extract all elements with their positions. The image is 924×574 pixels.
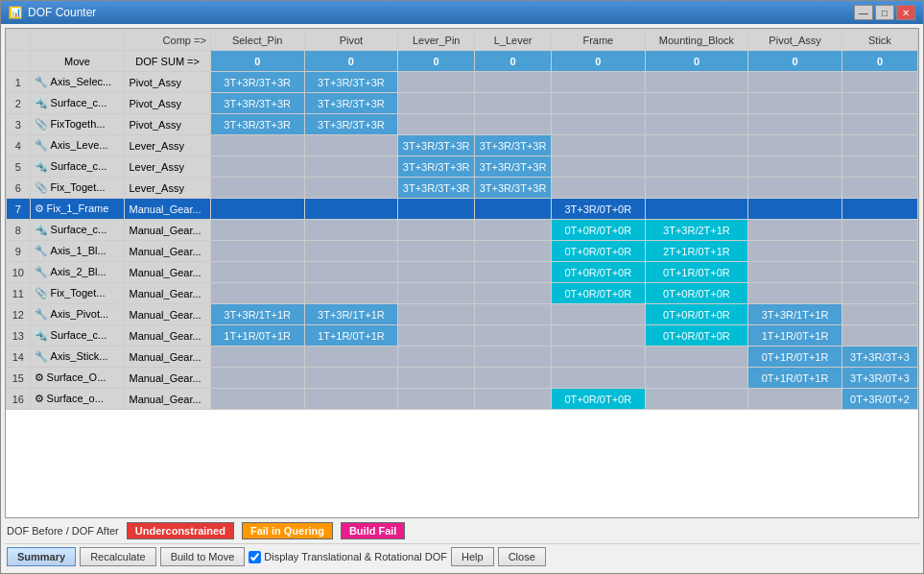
table-row[interactable]: 10🔧Axis_2_Bl...Manual_Gear...0T+0R/0T+0R…	[7, 262, 918, 283]
header-move	[30, 30, 125, 51]
table-row[interactable]: 15⚙Surface_O...Manual_Gear...0T+1R/0T+1R…	[7, 368, 918, 389]
data-cell-pivot	[304, 368, 398, 389]
header2-select-pin-sum: 0	[210, 51, 304, 72]
display-dof-checkbox[interactable]	[249, 551, 261, 563]
comp-cell: Manual_Gear...	[125, 347, 210, 368]
data-cell-mounting_block: 0T+0R/0T+0R	[645, 283, 748, 304]
data-cell-mounting_block	[645, 368, 748, 389]
comp-cell: Manual_Gear...	[125, 389, 210, 410]
summary-button[interactable]: Summary	[7, 547, 76, 566]
data-cell-stick	[841, 199, 917, 220]
data-cell-lever_pin	[398, 283, 475, 304]
table-row[interactable]: 9🔧Axis_1_Bl...Manual_Gear...0T+0R/0T+0R2…	[7, 241, 918, 262]
data-cell-pivot	[304, 156, 398, 178]
app-icon: 📊	[9, 6, 22, 19]
move-cell: ⚙Fix_1_Frame	[30, 199, 125, 220]
data-cell-lever_pin	[398, 368, 475, 389]
data-cell-mounting_block	[645, 156, 748, 178]
table-row[interactable]: 3📎FixTogeth...Pivot_Assy3T+3R/3T+3R3T+3R…	[7, 114, 918, 135]
build-to-move-button[interactable]: Build to Move	[160, 547, 246, 566]
recalculate-button[interactable]: Recalculate	[80, 547, 155, 566]
table-row[interactable]: 5🔩Surface_c...Lever_Assy3T+3R/3T+3R3T+3R…	[7, 156, 918, 178]
data-cell-frame: 0T+0R/0T+0R	[551, 220, 645, 241]
table-row[interactable]: 4🔧Axis_Leve...Lever_Assy3T+3R/3T+3R3T+3R…	[7, 135, 918, 156]
data-cell-l_lever	[475, 304, 552, 325]
row-number: 9	[7, 241, 31, 262]
row-number: 2	[7, 93, 31, 114]
table-row[interactable]: 7⚙Fix_1_FrameManual_Gear...3T+3R/0T+0R	[7, 199, 918, 220]
display-dof-checkbox-label[interactable]: Display Translational & Rotational DOF	[249, 551, 447, 563]
header-comp: Comp =>	[125, 30, 210, 51]
data-cell-select_pin: 3T+3R/1T+1R	[210, 304, 304, 325]
data-cell-pivot_assy: 0T+1R/0T+1R	[748, 347, 842, 368]
row-number: 11	[7, 283, 31, 304]
data-cell-stick	[841, 178, 917, 199]
maximize-button[interactable]: □	[875, 5, 894, 20]
header-stick: Stick	[841, 30, 917, 51]
table-row[interactable]: 6📎Fix_Toget...Lever_Assy3T+3R/3T+3R3T+3R…	[7, 178, 918, 199]
move-cell: 🔩Surface_c...	[30, 220, 125, 241]
row-number: 4	[7, 135, 31, 156]
data-cell-select_pin: 3T+3R/3T+3R	[210, 114, 304, 135]
table-row[interactable]: 13🔩Surface_c...Manual_Gear...1T+1R/0T+1R…	[7, 325, 918, 347]
table-row[interactable]: 1🔧Axis_Selec...Pivot_Assy3T+3R/3T+3R3T+3…	[7, 72, 918, 93]
data-cell-l_lever	[475, 114, 552, 135]
data-cell-mounting_block	[645, 135, 748, 156]
data-cell-frame	[551, 304, 645, 325]
data-cell-stick	[841, 93, 917, 114]
data-cell-pivot_assy	[748, 72, 842, 93]
table-row[interactable]: 14🔧Axis_Stick...Manual_Gear...0T+1R/0T+1…	[7, 347, 918, 368]
data-cell-pivot: 1T+1R/0T+1R	[304, 325, 398, 347]
data-cell-lever_pin	[398, 262, 475, 283]
close-window-button[interactable]: ✕	[896, 5, 915, 20]
table-header-row-2: Move DOF SUM => 0 0 0 0 0 0 0 0	[7, 51, 918, 72]
data-cell-stick	[841, 304, 917, 325]
row-number: 15	[7, 368, 31, 389]
data-cell-lever_pin	[398, 304, 475, 325]
move-cell: 📎Fix_Toget...	[30, 283, 125, 304]
data-cell-stick: 3T+3R/0T+3	[841, 368, 917, 389]
data-cell-pivot	[304, 135, 398, 156]
main-table-container[interactable]: Comp => Select_Pin Pivot Lever_Pin L_Lev…	[5, 28, 919, 518]
data-cell-frame: 3T+3R/0T+0R	[551, 199, 645, 220]
data-cell-pivot_assy	[748, 199, 842, 220]
data-cell-pivot_assy	[748, 156, 842, 178]
data-cell-l_lever	[475, 93, 552, 114]
bottom-bar: Summary Recalculate Build to Move Displa…	[5, 543, 919, 569]
data-cell-pivot	[304, 262, 398, 283]
underconstrained-badge: Underconstrained	[127, 522, 234, 539]
data-cell-pivot_assy	[748, 283, 842, 304]
dof-label: DOF Before / DOF After	[7, 525, 119, 537]
table-row[interactable]: 11📎Fix_Toget...Manual_Gear...0T+0R/0T+0R…	[7, 283, 918, 304]
data-cell-mounting_block: 2T+1R/0T+1R	[645, 241, 748, 262]
data-cell-stick	[841, 262, 917, 283]
minimize-button[interactable]: —	[854, 5, 873, 20]
comp-cell: Manual_Gear...	[125, 325, 210, 347]
data-cell-l_lever	[475, 347, 552, 368]
header2-lever-pin-sum: 0	[398, 51, 475, 72]
data-cell-l_lever	[475, 389, 552, 410]
table-row[interactable]: 16⚙Surface_o...Manual_Gear...0T+0R/0T+0R…	[7, 389, 918, 410]
data-cell-frame: 0T+0R/0T+0R	[551, 283, 645, 304]
row-number: 10	[7, 262, 31, 283]
data-cell-frame: 0T+0R/0T+0R	[551, 241, 645, 262]
close-button[interactable]: Close	[498, 547, 546, 566]
data-cell-pivot	[304, 220, 398, 241]
comp-cell: Manual_Gear...	[125, 262, 210, 283]
table-row[interactable]: 12🔧Axis_Pivot...Manual_Gear...3T+3R/1T+1…	[7, 304, 918, 325]
data-cell-l_lever	[475, 220, 552, 241]
row-number: 12	[7, 304, 31, 325]
table-row[interactable]: 2🔩Surface_c...Pivot_Assy3T+3R/3T+3R3T+3R…	[7, 93, 918, 114]
data-cell-l_lever: 3T+3R/3T+3R	[475, 135, 552, 156]
header-pivot: Pivot	[304, 30, 398, 51]
move-cell: 🔧Axis_Leve...	[30, 135, 125, 156]
data-cell-lever_pin	[398, 347, 475, 368]
comp-cell: Lever_Assy	[125, 156, 210, 178]
data-cell-frame: 0T+0R/0T+0R	[551, 262, 645, 283]
table-row[interactable]: 8🔩Surface_c...Manual_Gear...0T+0R/0T+0R3…	[7, 220, 918, 241]
data-cell-mounting_block: 0T+0R/0T+0R	[645, 304, 748, 325]
help-button[interactable]: Help	[451, 547, 494, 566]
data-cell-pivot_assy: 3T+3R/1T+1R	[748, 304, 842, 325]
data-cell-l_lever	[475, 241, 552, 262]
data-cell-pivot	[304, 178, 398, 199]
